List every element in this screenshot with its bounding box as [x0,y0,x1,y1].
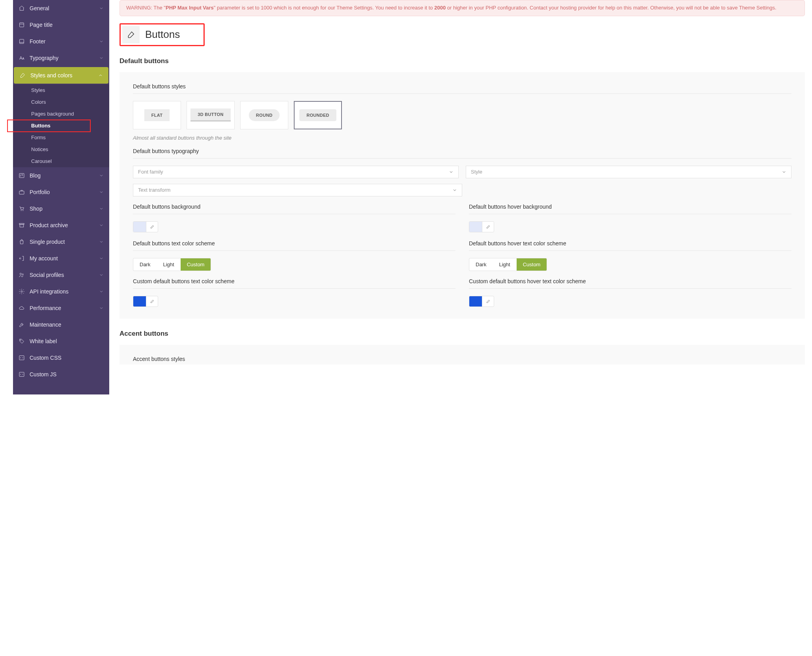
archive-icon [19,222,25,228]
sidebar-sub-styles[interactable]: Styles [13,84,109,96]
style-option-3d[interactable]: 3D BUTTON [187,101,235,129]
page-title-highlight: Buttons [119,23,205,46]
svg-rect-8 [19,191,24,194]
sidebar-label: Maintenance [30,321,104,328]
eyedropper-icon[interactable] [482,296,494,307]
default-bg-color[interactable] [133,221,158,232]
sidebar-item-white-label[interactable]: White label [13,333,109,349]
users-icon [19,272,25,278]
chevron-down-icon [99,306,104,310]
sidebar-sub-pages-background[interactable]: Pages background [13,108,109,120]
font-style-select[interactable]: Style [466,166,791,178]
sidebar-item-maintenance[interactable]: Maintenance [13,316,109,333]
font-family-select[interactable]: Font family [133,166,459,178]
sidebar-item-my-account[interactable]: My account [13,250,109,267]
svg-point-13 [20,273,21,275]
custom-scheme-color[interactable] [133,296,158,307]
field-label-default-hover-bg: Default buttons hover background [469,204,791,214]
svg-point-16 [20,340,21,340]
button-style-chooser: FLAT 3D BUTTON ROUND ROUNDED [133,101,791,129]
field-label-custom-scheme: Custom default buttons text color scheme [133,278,455,289]
chevron-down-icon [99,273,104,277]
sidebar-item-custom-js[interactable]: Custom JS [13,366,109,383]
sidebar-sub-carousel[interactable]: Carousel [13,155,109,167]
sidebar-item-shop[interactable]: Shop [13,200,109,217]
sidebar-label: Social profiles [30,272,94,278]
sidebar-sub-colors[interactable]: Colors [13,96,109,108]
svg-point-14 [22,274,23,275]
scheme-custom[interactable]: Custom [181,258,211,271]
chevron-down-icon [99,256,104,261]
sidebar-item-custom-css[interactable]: Custom CSS [13,349,109,366]
svg-rect-18 [19,372,24,377]
chevron-down-icon [99,239,104,244]
chevron-down-icon [99,289,104,294]
brush-icon [122,26,140,43]
sidebar-label: Shop [30,206,94,212]
warning-bold: PHP Max Input Vars [166,5,214,11]
style-option-round[interactable]: ROUND [240,101,288,129]
accent-buttons-panel: Accent buttons styles [119,345,805,364]
scheme-toggle: Dark Light Custom [133,258,211,271]
style-option-flat[interactable]: FLAT [133,101,181,129]
sidebar-item-product-archive[interactable]: Product archive [13,217,109,234]
sidebar-item-blog[interactable]: Blog [13,167,109,184]
eyedropper-icon[interactable] [146,296,158,307]
hover-scheme-toggle: Dark Light Custom [469,258,547,271]
scheme-light[interactable]: Light [157,258,180,271]
default-buttons-panel: Default buttons styles FLAT 3D BUTTON RO… [119,72,805,319]
chevron-down-icon [99,6,104,11]
sidebar-label: Footer [30,38,94,45]
svg-point-15 [21,291,22,292]
sidebar-submenu-styles-colors: Styles Colors Pages background Buttons F… [13,84,109,167]
sidebar-item-social-profiles[interactable]: Social profiles [13,267,109,283]
eyedropper-icon[interactable] [482,222,494,232]
field-hint: Almost all standard buttons through the … [133,135,791,141]
select-placeholder: Text transform [138,187,170,193]
sidebar-label: Blog [30,172,94,179]
page-title: Buttons [145,28,180,41]
sidebar-item-general[interactable]: General [13,0,109,17]
chevron-down-icon [99,39,104,44]
sidebar-sub-notices[interactable]: Notices [13,144,109,155]
text-transform-select[interactable]: Text transform [133,184,462,196]
chevron-down-icon [782,170,786,174]
sidebar-label: Styles and colors [30,72,93,78]
custom-hover-scheme-color[interactable] [469,296,494,307]
footer-icon [19,38,25,45]
chevron-down-icon [452,188,457,193]
chevron-down-icon [99,56,104,60]
field-label-default-bg: Default buttons background [133,204,455,214]
sidebar-item-footer[interactable]: Footer [13,33,109,50]
svg-rect-0 [20,23,24,27]
eyedropper-icon[interactable] [146,222,158,232]
sidebar-label: My account [30,255,94,262]
chevron-down-icon [99,223,104,228]
sidebar-label: Custom CSS [30,355,104,361]
sidebar-label: Single product [30,239,94,245]
sidebar-label: Product archive [30,222,94,228]
sidebar-sub-forms[interactable]: Forms [13,132,109,144]
sidebar-item-performance[interactable]: Performance [13,300,109,316]
sidebar-label: API integrations [30,288,94,295]
scheme-custom[interactable]: Custom [517,258,547,271]
typography-icon [19,55,25,61]
warning-text: or higher in your PHP configuration. Con… [446,5,776,11]
svg-point-10 [23,210,23,211]
sidebar-item-portfolio[interactable]: Portfolio [13,184,109,200]
sidebar-item-styles-colors[interactable]: Styles and colors [14,67,108,84]
sidebar-item-single-product[interactable]: Single product [13,234,109,250]
style-option-rounded[interactable]: ROUNDED [294,101,342,129]
scheme-light[interactable]: Light [493,258,516,271]
page-icon [19,22,25,28]
bag-icon [19,239,25,245]
field-label-custom-hover-scheme: Custom default buttons hover text color … [469,278,791,289]
default-hover-bg-color[interactable] [469,221,494,232]
scheme-dark[interactable]: Dark [469,258,493,271]
sidebar-sub-buttons[interactable]: Buttons [7,120,90,132]
wrench-icon [19,321,25,328]
scheme-dark[interactable]: Dark [133,258,157,271]
sidebar-item-api-integrations[interactable]: API integrations [13,283,109,300]
sidebar-item-typography[interactable]: Typography [13,50,109,66]
sidebar-item-page-title[interactable]: Page title [13,17,109,33]
